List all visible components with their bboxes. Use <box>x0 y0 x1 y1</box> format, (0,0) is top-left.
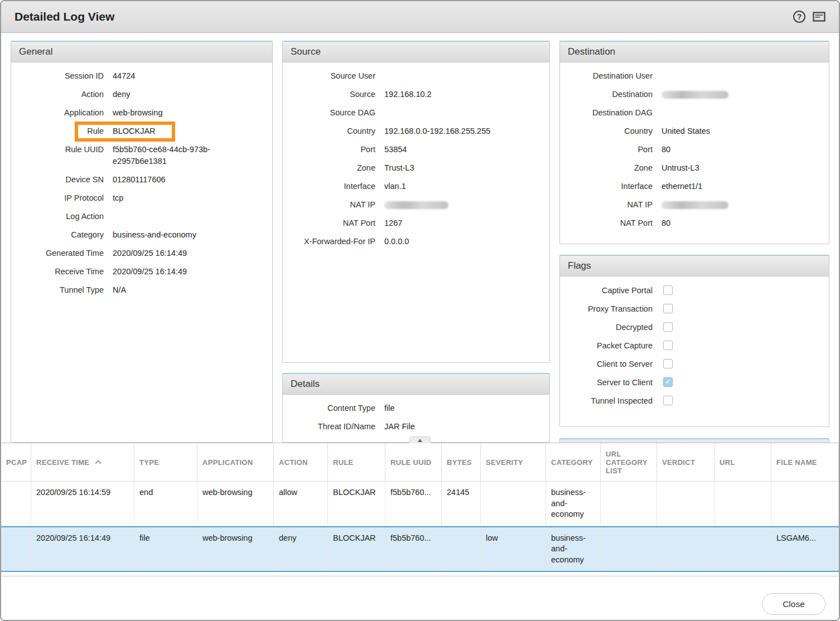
column-label: URL CATEGORY LIST <box>606 450 651 475</box>
field-label: Zone <box>569 162 653 174</box>
column-label: VERDICT <box>662 458 695 467</box>
flag-label: Captive Portal <box>569 286 653 295</box>
dialog-titlebar: Detailed Log View ? <box>1 1 839 33</box>
column-header-rule[interactable]: RULE <box>328 443 385 481</box>
destination-panel-body: Destination User Destination Destination… <box>560 62 829 244</box>
cell-receive-time: 2020/09/25 16:14:49 <box>31 527 134 571</box>
field-row-destination-zone: Zone Untrust-L3 <box>569 162 820 174</box>
field-row-session-id: Session ID 44724 <box>20 70 263 82</box>
column-label: RULE UUID <box>390 458 431 467</box>
field-label: Rule UUID <box>20 144 104 167</box>
column-label: FILE NAME <box>776 458 817 467</box>
proxy-transaction-checkbox[interactable] <box>663 304 673 313</box>
flag-row-captive-portal: Captive Portal <box>569 284 820 296</box>
field-value: 2020/09/25 16:14:49 <box>113 266 187 278</box>
details-panel: Details Content Type file Threat ID/Name… <box>282 373 550 443</box>
column-header-verdict[interactable]: VERDICT <box>657 443 715 481</box>
field-row-source-port: Port 53854 <box>292 144 540 156</box>
field-label: Interface <box>292 181 375 192</box>
flag-label: Decrypted <box>569 323 653 332</box>
column-label: CATEGORY <box>551 458 593 467</box>
column-header-pcap[interactable]: PCAP <box>1 443 31 481</box>
column-header-url-category-list[interactable]: URL CATEGORY LIST <box>601 443 657 481</box>
field-value: 192.168.0.0-192.168.255.255 <box>384 125 490 137</box>
field-value: 012801117606 <box>113 174 166 186</box>
field-row-source-user: Source User <box>292 70 540 82</box>
field-value <box>384 199 448 211</box>
sort-asc-icon <box>95 460 102 466</box>
field-label: NAT Port <box>292 217 375 229</box>
column-right: Destination Destination User Destination… <box>559 41 829 443</box>
field-value: 80 <box>662 144 670 156</box>
cell-pcap <box>1 482 31 526</box>
window-panel-icon[interactable] <box>813 12 825 22</box>
column-label: APPLICATION <box>202 458 253 467</box>
column-header-url[interactable]: URL <box>715 443 771 481</box>
decrypted-checkbox[interactable] <box>663 322 673 332</box>
column-header-action[interactable]: ACTION <box>274 443 328 481</box>
field-row-destination-nat-ip: NAT IP <box>569 199 820 211</box>
tunnel-inspected-checkbox[interactable] <box>663 396 673 405</box>
field-row-receive-time: Receive Time 2020/09/25 16:14:49 <box>20 266 263 278</box>
column-label: ACTION <box>279 458 308 467</box>
cell-rule: BLOCKJAR <box>328 482 385 526</box>
field-label: Action <box>20 89 104 100</box>
cell-category: business-and-economy <box>546 527 601 571</box>
destination-panel-header: Destination <box>560 42 829 62</box>
field-label: Country <box>292 125 375 137</box>
field-row-destination: Destination <box>569 89 820 100</box>
column-header-bytes[interactable]: BYTES <box>442 443 481 481</box>
column-header-type[interactable]: TYPE <box>134 443 197 481</box>
cell-type: end <box>134 482 197 526</box>
field-row-source-nat-port: NAT Port 1267 <box>292 217 540 229</box>
column-header-application[interactable]: APPLICATION <box>197 443 274 481</box>
help-icon[interactable]: ? <box>793 11 805 23</box>
field-row-rule-uuid: Rule UUID f5b5b760-ce68-44cb-973b-e2957b… <box>20 144 263 167</box>
field-value: 44724 <box>113 70 135 82</box>
field-label: X-Forwarded-For IP <box>292 236 375 248</box>
cell-verdict <box>657 527 715 571</box>
field-label: Destination User <box>569 70 653 82</box>
column-middle: Source Source User Source 192.168.10.2 S… <box>282 41 550 443</box>
column-header-receive-time[interactable]: RECEIVE TIME <box>31 443 134 481</box>
cell-bytes <box>442 527 481 571</box>
captive-portal-checkbox[interactable] <box>663 285 673 295</box>
flag-label: Client to Server <box>569 360 653 368</box>
field-row-content-type: Content Type file <box>292 402 540 414</box>
column-header-rule-uuid[interactable]: RULE UUID <box>385 443 442 481</box>
cell-rule-uuid: f5b5b760... <box>385 482 442 526</box>
cell-verdict <box>657 482 715 526</box>
column-header-category[interactable]: CATEGORY <box>546 443 601 481</box>
field-value: 192.168.10.2 <box>384 89 432 100</box>
table-row-selected[interactable]: 2020/09/25 16:14:49 file web-browsing de… <box>1 526 839 573</box>
general-panel-body: Session ID 44724 Action deny Application… <box>11 62 272 310</box>
server-to-client-checkbox[interactable] <box>663 377 673 387</box>
column-header-file-name[interactable]: FILE NAME <box>771 443 839 481</box>
table-row[interactable]: 2020/09/25 16:14:59 end web-browsing all… <box>1 482 839 526</box>
close-button[interactable]: Close <box>762 593 825 615</box>
packet-capture-checkbox[interactable] <box>663 341 673 350</box>
panels-grid: General Session ID 44724 Action deny App… <box>1 33 839 443</box>
cell-pcap <box>1 527 31 571</box>
field-value: web-browsing <box>113 107 162 119</box>
flag-row-client-to-server: Client to Server <box>569 358 820 370</box>
field-row-destination-port: Port 80 <box>569 144 820 156</box>
field-label: NAT Port <box>569 217 653 229</box>
field-row-generated-time: Generated Time 2020/09/25 16:14:49 <box>20 248 263 259</box>
column-label: BYTES <box>447 458 472 467</box>
field-row-device-sn: Device SN 012801117606 <box>20 174 263 186</box>
titlebar-icons: ? <box>793 11 825 23</box>
field-row-rule-highlighted: Rule BLOCKJAR <box>20 125 263 137</box>
column-header-severity[interactable]: SEVERITY <box>481 443 546 481</box>
field-label: Device SN <box>20 174 104 186</box>
client-to-server-checkbox[interactable] <box>663 359 673 368</box>
flag-label: Proxy Transaction <box>569 304 653 313</box>
collapse-handle[interactable] <box>409 436 431 443</box>
field-row-source-country: Country 192.168.0.0-192.168.255.255 <box>292 125 540 137</box>
field-label: Rule <box>20 125 104 137</box>
field-label: NAT IP <box>569 199 653 211</box>
flag-row-decrypted: Decrypted <box>569 321 820 333</box>
flag-label: Tunnel Inspected <box>569 396 653 405</box>
field-label: Threat ID/Name <box>292 421 375 433</box>
dialog-content: General Session ID 44724 Action deny App… <box>1 33 839 620</box>
